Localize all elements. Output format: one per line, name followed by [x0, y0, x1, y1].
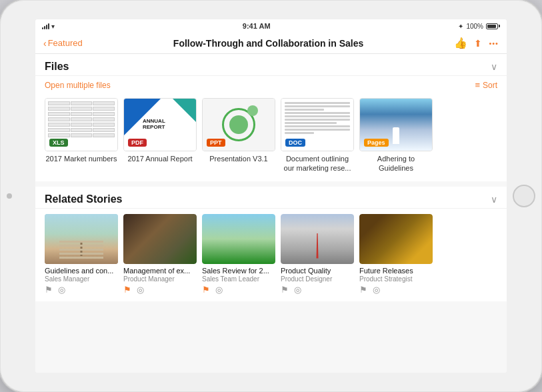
bookmark-icon[interactable]: ⚑	[281, 285, 289, 295]
bookmark-icon[interactable]: ⚑	[123, 285, 131, 295]
story-role: Sales Team Leader	[202, 275, 275, 283]
nav-actions: 👍 ⬆ •••	[454, 37, 499, 49]
story-thumbnail	[202, 214, 275, 264]
ipad-screen: ▾ 9:41 AM ✦ 100% ‹ Featured Follow-Throu…	[35, 19, 507, 373]
story-item[interactable]: Sales Review for 2... Sales Team Leader …	[202, 214, 275, 295]
file-item[interactable]: XLS 2017 Market numbers	[45, 98, 118, 173]
story-role: Sales Manager	[45, 275, 118, 283]
stories-grid: Guidelines and con... Sales Manager ⚑ ◎ …	[35, 209, 507, 301]
files-section: Files ∨ Open multiple files ≡ Sort	[35, 54, 507, 181]
file-item[interactable]: DOC Document outlining our marketing res…	[281, 98, 354, 173]
story-item[interactable]: Guidelines and con... Sales Manager ⚑ ◎	[45, 214, 118, 295]
story-thumbnail	[281, 214, 354, 264]
nav-bar: ‹ Featured Follow-Through and Collaborat…	[35, 33, 507, 54]
story-name: Product Quality	[281, 267, 354, 275]
related-stories-section: Related Stories ∨ Guidelines and con...	[35, 187, 507, 301]
files-subheader: Open multiple files ≡ Sort	[35, 76, 507, 94]
page-title: Follow-Through and Collaboration in Sale…	[173, 38, 363, 49]
story-actions: ⚑ ◎	[45, 285, 118, 295]
file-thumbnail-ppt: PPT	[202, 98, 275, 151]
content-area: Files ∨ Open multiple files ≡ Sort	[35, 54, 507, 373]
story-thumbnail	[359, 214, 433, 264]
file-name: 2017 Market numbers	[46, 154, 117, 163]
file-name: Document outlining our marketing rese...	[281, 154, 354, 173]
story-item[interactable]: Future Releases Product Strategist ⚑ ◎	[359, 214, 433, 295]
status-time: 9:41 AM	[243, 22, 271, 30]
camera-dot	[7, 193, 12, 199]
bookmark-icon[interactable]: ⚑	[359, 285, 367, 295]
story-thumbnail	[45, 214, 118, 264]
file-item[interactable]: PPT Presentation V3.1	[202, 98, 275, 173]
story-thumbnail	[123, 214, 197, 264]
file-item[interactable]: Pages Adhering to Guidelines	[359, 98, 433, 173]
battery-pct: 100%	[466, 23, 483, 30]
story-name: Guidelines and con...	[45, 267, 118, 275]
file-grid: XLS 2017 Market numbers ANNUALREPORT	[35, 94, 507, 181]
ipad-device: ▾ 9:41 AM ✦ 100% ‹ Featured Follow-Throu…	[0, 0, 542, 392]
story-actions: ⚑ ◎	[123, 285, 197, 295]
share-icon[interactable]: ⬆	[474, 38, 482, 49]
file-name: 2017 Annual Report	[127, 154, 192, 163]
file-thumbnail-xls: XLS	[45, 98, 118, 151]
story-actions: ⚑ ◎	[202, 285, 275, 295]
more-icon[interactable]: •••	[489, 39, 499, 47]
rss-icon[interactable]: ◎	[373, 285, 380, 295]
rss-icon[interactable]: ◎	[294, 285, 301, 295]
signal-icon	[42, 23, 49, 29]
related-collapse-icon[interactable]: ∨	[491, 194, 497, 205]
back-button[interactable]: ‹ Featured	[43, 38, 83, 49]
sort-icon: ≡	[475, 80, 480, 90]
thumbs-up-icon[interactable]: 👍	[454, 37, 467, 49]
rss-icon[interactable]: ◎	[137, 285, 144, 295]
wifi-icon: ▾	[51, 23, 55, 30]
file-name: Adhering to Guidelines	[359, 154, 433, 173]
sort-button[interactable]: ≡ Sort	[475, 80, 497, 90]
related-section-title: Related Stories	[45, 193, 122, 205]
files-section-header: Files ∨	[35, 54, 507, 76]
file-badge-pages: Pages	[364, 139, 389, 147]
files-collapse-icon[interactable]: ∨	[491, 61, 497, 72]
story-item[interactable]: Management of ex... Product Manager ⚑ ◎	[123, 214, 197, 295]
bookmark-icon[interactable]: ⚑	[45, 285, 53, 295]
file-thumbnail-pdf: ANNUALREPORT PDF	[123, 98, 197, 151]
chevron-left-icon: ‹	[43, 38, 47, 49]
bluetooth-icon: ✦	[458, 23, 463, 30]
story-role: Product Strategist	[359, 275, 433, 283]
rss-icon[interactable]: ◎	[58, 285, 65, 295]
story-name: Sales Review for 2...	[202, 267, 275, 275]
story-actions: ⚑ ◎	[281, 285, 354, 295]
back-label: Featured	[48, 38, 83, 48]
story-name: Future Releases	[359, 267, 433, 275]
story-role: Product Manager	[123, 275, 197, 283]
file-item[interactable]: ANNUALREPORT PDF 2017 Annual Report	[123, 98, 197, 173]
story-actions: ⚑ ◎	[359, 285, 433, 295]
story-item[interactable]: Product Quality Product Designer ⚑ ◎	[281, 214, 354, 295]
file-badge-xls: XLS	[49, 139, 68, 147]
status-bar: ▾ 9:41 AM ✦ 100%	[35, 19, 507, 33]
rss-icon[interactable]: ◎	[215, 285, 223, 295]
files-section-title: Files	[45, 61, 69, 73]
bookmark-icon[interactable]: ⚑	[202, 285, 210, 295]
file-badge-doc: DOC	[285, 139, 305, 147]
file-badge-ppt: PPT	[207, 139, 225, 147]
file-name: Presentation V3.1	[209, 154, 267, 163]
story-name: Management of ex...	[123, 267, 197, 275]
battery-icon	[486, 23, 500, 29]
file-thumbnail-doc: DOC	[281, 98, 354, 151]
related-section-header: Related Stories ∨	[35, 187, 507, 209]
open-multiple-button[interactable]: Open multiple files	[45, 81, 111, 90]
sort-label: Sort	[483, 81, 497, 90]
home-button[interactable]	[513, 185, 535, 207]
story-role: Product Designer	[281, 275, 354, 283]
file-thumbnail-pages: Pages	[359, 98, 433, 151]
